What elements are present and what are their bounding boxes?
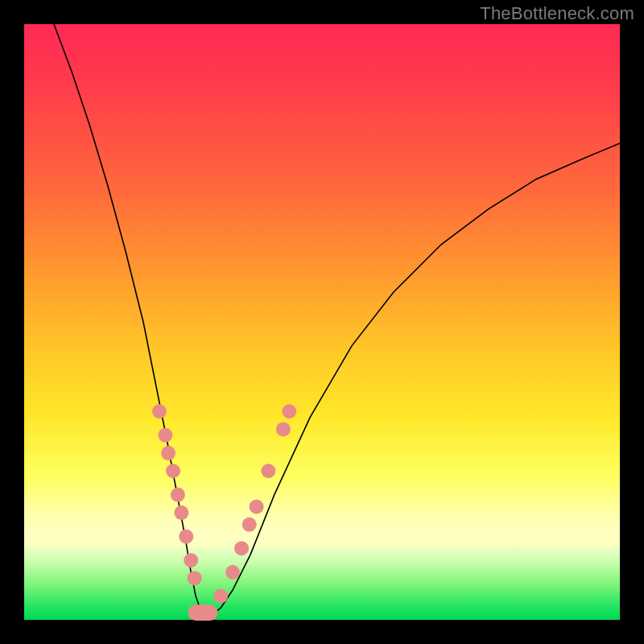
- data-marker: [213, 588, 228, 603]
- plot-area: [24, 24, 620, 620]
- bottleneck-curve: [54, 24, 620, 614]
- markers-left-branch: [152, 404, 202, 585]
- highlight-band: [24, 520, 620, 549]
- watermark-text: TheBottleneck.com: [480, 3, 634, 24]
- data-marker: [261, 464, 275, 478]
- data-marker: [161, 446, 175, 460]
- bottom-pill: [188, 605, 218, 621]
- data-marker: [158, 428, 172, 443]
- curve-layer: [24, 24, 620, 620]
- trough-pill: [188, 605, 218, 621]
- data-marker: [276, 422, 291, 436]
- data-marker: [166, 464, 180, 478]
- data-marker: [242, 518, 257, 532]
- data-marker: [174, 506, 188, 520]
- data-marker: [234, 541, 249, 555]
- data-marker: [225, 565, 240, 580]
- data-marker: [171, 488, 185, 502]
- markers-right-branch: [213, 404, 296, 603]
- data-marker: [184, 553, 198, 568]
- data-marker: [250, 499, 264, 514]
- data-marker: [188, 571, 202, 585]
- data-marker: [282, 404, 296, 419]
- chart-frame: TheBottleneck.com: [0, 0, 644, 644]
- data-marker: [152, 404, 167, 419]
- data-marker: [179, 529, 193, 543]
